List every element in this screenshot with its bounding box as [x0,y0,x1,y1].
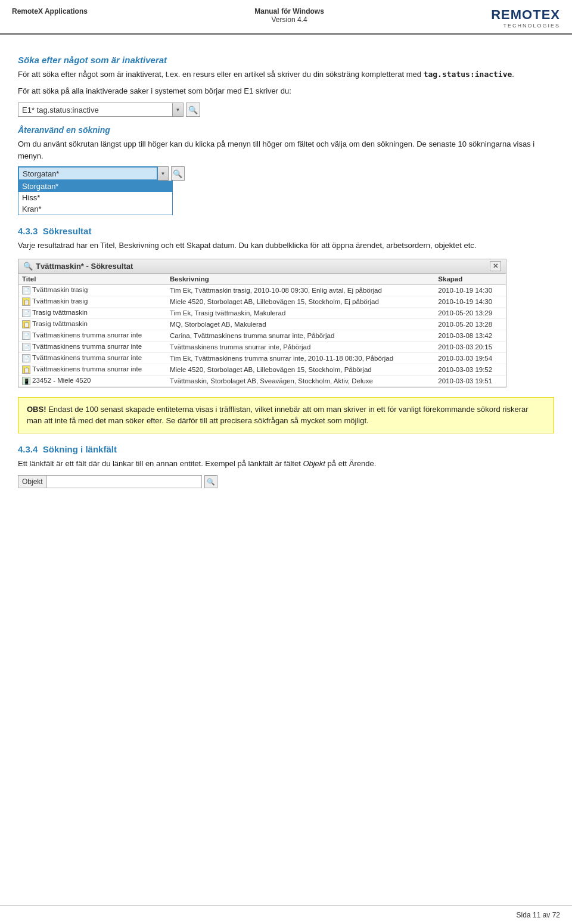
doc-icon: 📄 [22,343,30,351]
cell-title: 📱23452 - Miele 4520 [18,375,166,386]
link-field-input[interactable] [47,475,202,488]
page-number: Sida 11 av 72 [517,911,560,919]
obs-label: OBS! [27,405,46,414]
search-input-inactive[interactable] [18,103,173,117]
dropdown-item-kran[interactable]: Kran* [18,203,172,215]
cell-description: Tim Ek, Trasig tvättmaskin, Makulerad [166,307,434,318]
cell-date: 2010-03-03 20:15 [434,341,506,352]
col-header-beskrivning: Beskrivning [166,274,434,285]
cell-description: Tvättmaskinens trumma snurrar inte, Påbö… [166,341,434,352]
page-header: RemoteX Applications Manual för Windows … [0,0,572,35]
section-4-3-4-para1: Ett länkfält är ett fält där du länkar t… [18,458,554,470]
doc-icon: 📄 [22,309,30,317]
results-table: Titel Beskrivning Skapad 📄Tvättmaskin tr… [18,274,506,387]
cell-title: 📋Tvättmaskinens trumma snurrar inte [18,364,166,375]
header-logo: REMOTEX TECHNOLOGIES [491,7,560,29]
table-row[interactable]: 📄Tvättmaskin trasig Tim Ek, Tvättmaskin … [18,284,506,296]
dropdown-header-row: Storgatan* 🔍 [18,166,185,181]
cell-date: 2010-05-20 13:29 [434,307,506,318]
cell-description: Tvättmaskin, Storbolaget AB, Sveavägen, … [166,375,434,386]
search-icon: 🔍 [173,169,182,178]
search-field-inactive: 🔍 [18,103,554,117]
section-4-3-4-title: 4.3.4 Sökning i länkfält [18,444,554,454]
cell-title: 📄Tvättmaskin trasig [18,284,166,296]
results-titlebar: 🔍 Tvättmaskin* - Sökresultat ✕ [18,259,506,274]
page-footer: Sida 11 av 72 [0,906,572,924]
results-titlebar-left: 🔍 Tvättmaskin* - Sökresultat [23,262,133,271]
table-row[interactable]: 📄Tvättmaskinens trumma snurrar inte Tvät… [18,341,506,352]
cell-date: 2010-10-19 14:30 [434,284,506,296]
main-content: Söka efter något som är inaktiverat För … [0,35,572,524]
logo-name: REMOTEX [491,7,560,23]
cell-title: 📄Tvättmaskinens trumma snurrar inte [18,352,166,364]
cell-description: Tim Ek, Tvättmaskinens trumma snurrar in… [166,352,434,364]
section-inactive-para1: För att söka efter något som är inaktive… [18,69,554,80]
obs-box: OBS! Endast de 100 senast skapade entite… [18,397,554,433]
search-results-window: 🔍 Tvättmaskin* - Sökresultat ✕ Titel Bes… [18,259,506,387]
link-field-label: Objekt [18,475,47,488]
cell-date: 2010-03-03 19:51 [434,375,506,386]
dropdown-selected-input[interactable]: Storgatan* [18,166,158,181]
header-version: Version 4.4 [254,15,324,24]
cell-description: Tim Ek, Tvättmaskin trasig, 2010-10-08 0… [166,284,434,296]
cell-title: 📄Tvättmaskinens trumma snurrar inte [18,330,166,341]
search-dropdown-button[interactable] [173,103,184,117]
table-row[interactable]: 📄Tvättmaskinens trumma snurrar inte Cari… [18,330,506,341]
search-go-button[interactable]: 🔍 [186,103,200,117]
doc-yellow-icon: 📋 [22,320,30,328]
dropdown-item-storgatan-selected[interactable]: Storgatan* [18,181,172,192]
results-table-header-row: Titel Beskrivning Skapad [18,274,506,285]
doc-icon: 📄 [22,354,30,362]
section-reuse-para1: Om du använt sökrutan längst upp till hö… [18,138,554,162]
section-4-3-3-para1: Varje resultatrad har en Titel, Beskrivn… [18,240,554,252]
doc-yellow-icon: 📋 [22,297,30,306]
chevron-down-icon [160,170,165,176]
italic-objekt: Objekt [303,459,325,468]
table-row[interactable]: 📱23452 - Miele 4520 Tvättmaskin, Storbol… [18,375,506,386]
cell-date: 2010-03-03 19:54 [434,352,506,364]
doc-yellow-icon: 📋 [22,365,30,374]
cell-date: 2010-03-08 13:42 [434,330,506,341]
cell-title: 📄Tvättmaskinens trumma snurrar inte [18,341,166,352]
dropdown-item-hiss[interactable]: Hiss* [18,192,172,203]
table-row[interactable]: 📄Tvättmaskinens trumma snurrar inte Tim … [18,352,506,364]
obs-text: Endast de 100 senast skapade entiteterna… [27,405,529,426]
table-row[interactable]: 📄Trasig tvättmaskin Tim Ek, Trasig tvätt… [18,307,506,318]
logo-subtitle: TECHNOLOGIES [491,23,560,29]
section-4-3-3-title: 4.3.3 Sökresultat [18,226,554,236]
results-window-title: Tvättmaskin* - Sökresultat [36,262,133,271]
dropdown-search-button[interactable]: 🔍 [171,166,185,181]
doc-icon: 📄 [22,286,30,294]
col-header-skapad: Skapad [434,274,506,285]
table-row[interactable]: 📋Tvättmaskin trasig Miele 4520, Storbola… [18,296,506,307]
cell-date: 2010-03-03 19:52 [434,364,506,375]
phone-icon: 📱 [22,377,30,385]
tag-status-code: tag.status:inactive [424,70,512,79]
cell-description: Miele 4520, Storbolaget AB, Lillebovägen… [166,296,434,307]
cell-description: MQ, Storbolaget AB, Makulerad [166,318,434,330]
search-icon: 🔍 [207,478,215,486]
link-field-search-button[interactable]: 🔍 [204,475,217,488]
cell-title: 📋Trasig tvättmaskin [18,318,166,330]
header-manual-title: Manual för Windows [254,7,324,15]
chevron-down-icon [176,107,181,113]
col-header-titel: Titel [18,274,166,285]
section-inactive-para2: För att söka på alla inaktiverade saker … [18,85,554,97]
table-row[interactable]: 📋Tvättmaskinens trumma snurrar inte Miel… [18,364,506,375]
cell-title: 📋Tvättmaskin trasig [18,296,166,307]
doc-icon: 📄 [22,331,30,340]
header-app-name: RemoteX Applications [12,7,88,15]
link-field-row: Objekt 🔍 [18,475,554,488]
table-row[interactable]: 📋Trasig tvättmaskin MQ, Storbolaget AB, … [18,318,506,330]
header-center: Manual för Windows Version 4.4 [254,7,324,24]
dropdown-reuse-container: Storgatan* 🔍 Storgatan* Hiss* Kran* [18,166,185,215]
results-search-icon: 🔍 [23,262,33,271]
dropdown-open-list: Storgatan* Hiss* Kran* [18,181,173,215]
cell-description: Carina, Tvättmaskinens trumma snurrar in… [166,330,434,341]
cell-date: 2010-05-20 13:28 [434,318,506,330]
cell-date: 2010-10-19 14:30 [434,296,506,307]
results-close-button[interactable]: ✕ [490,261,501,271]
cell-description: Miele 4520, Storbolaget AB, Lillebovägen… [166,364,434,375]
dropdown-expand-button[interactable] [158,166,168,181]
section-inactive-title: Söka efter något som är inaktiverat [18,55,554,65]
